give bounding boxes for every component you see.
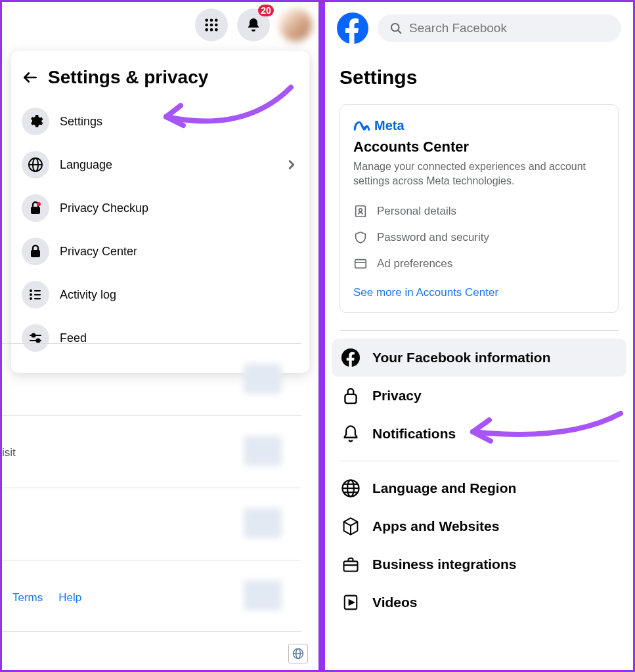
nav-videos[interactable]: Videos xyxy=(332,583,626,621)
menu-item-privacy-center[interactable]: Privacy Center xyxy=(15,230,305,273)
cube-icon xyxy=(341,516,361,536)
menu-label: Activity log xyxy=(60,288,299,302)
bell-icon xyxy=(246,17,261,33)
accounts-center-card: Meta Accounts Center Manage your connect… xyxy=(339,104,619,313)
search-input[interactable] xyxy=(409,21,609,35)
row-label: Password and security xyxy=(377,231,489,244)
menu-label: Privacy Checkup xyxy=(60,201,299,215)
svg-point-33 xyxy=(359,209,362,212)
grid-icon xyxy=(204,18,219,32)
svg-rect-13 xyxy=(31,207,40,214)
menu-item-language[interactable]: Language xyxy=(15,143,305,186)
svg-rect-37 xyxy=(345,394,356,404)
personal-details-link[interactable]: Personal details xyxy=(353,198,605,224)
panel-settings-page: Settings Meta Accounts Center Manage you… xyxy=(322,0,635,672)
notifications-badge: 20 xyxy=(258,5,274,16)
lock-icon xyxy=(22,238,49,265)
nav-language-region[interactable]: Language and Region xyxy=(332,469,626,507)
card-description: Manage your connected experiences and ac… xyxy=(353,159,605,188)
nav-notifications[interactable]: Notifications xyxy=(332,415,626,453)
password-security-link[interactable]: Password and security xyxy=(353,224,605,251)
nav-label: Videos xyxy=(372,595,417,610)
background-list: isit xyxy=(2,343,301,632)
svg-rect-20 xyxy=(34,294,41,295)
nav-label: Privacy xyxy=(372,388,422,404)
menu-item-privacy-checkup[interactable]: Privacy Checkup xyxy=(15,186,305,230)
profile-avatar[interactable] xyxy=(279,9,312,41)
bell-outline-icon xyxy=(341,424,361,444)
divider xyxy=(339,461,619,461)
svg-rect-19 xyxy=(34,290,41,291)
menu-grid-button[interactable] xyxy=(195,9,228,41)
notifications-button[interactable]: 20 xyxy=(237,9,270,41)
svg-point-6 xyxy=(205,28,208,32)
section-group-1: Your Facebook information Privacy Notifi… xyxy=(332,339,626,453)
svg-point-5 xyxy=(215,24,218,27)
nav-privacy[interactable]: Privacy xyxy=(332,377,626,415)
settings-privacy-card: Settings & privacy Settings Language Pri… xyxy=(11,51,309,373)
footer-links: Terms Help xyxy=(12,591,81,604)
svg-point-1 xyxy=(210,18,213,22)
svg-marker-45 xyxy=(349,600,354,605)
globe-icon xyxy=(22,151,49,178)
nav-label: Apps and Websites xyxy=(372,518,499,534)
svg-point-23 xyxy=(32,334,35,337)
nav-apps-websites[interactable]: Apps and Websites xyxy=(332,507,626,545)
svg-rect-34 xyxy=(355,260,366,268)
svg-point-4 xyxy=(210,24,213,27)
video-icon xyxy=(341,593,361,612)
meta-brand: Meta xyxy=(353,118,605,133)
row-label: Personal details xyxy=(377,205,456,218)
panel-settings-privacy-menu: 20 Settings & privacy Settings Language xyxy=(0,0,322,672)
globe-grid-icon xyxy=(341,478,361,498)
svg-point-7 xyxy=(210,28,213,32)
briefcase-icon xyxy=(341,555,361,574)
terms-link[interactable]: Terms xyxy=(12,591,43,604)
ad-preferences-link[interactable]: Ad preferences xyxy=(353,251,605,277)
search-bar[interactable] xyxy=(378,14,621,42)
facebook-logo-icon[interactable] xyxy=(337,12,368,44)
list-icon xyxy=(22,281,49,308)
svg-point-17 xyxy=(30,293,32,296)
svg-line-31 xyxy=(398,30,401,33)
globe-icon xyxy=(292,647,305,660)
gear-icon xyxy=(22,108,49,135)
card-title: Accounts Center xyxy=(353,138,605,156)
topbar: 20 xyxy=(2,2,318,48)
id-card-icon xyxy=(353,204,368,219)
page-title: Settings xyxy=(325,54,633,104)
lock-heart-icon xyxy=(22,194,49,222)
background-text: isit xyxy=(2,446,16,459)
nav-label: Business integrations xyxy=(372,556,516,572)
nav-label: Notifications xyxy=(372,426,456,442)
nav-business-integrations[interactable]: Business integrations xyxy=(332,545,626,583)
shield-icon xyxy=(353,230,368,245)
meta-icon xyxy=(353,120,370,132)
nav-your-facebook-information[interactable]: Your Facebook information xyxy=(332,339,626,377)
help-link[interactable]: Help xyxy=(58,591,81,604)
svg-point-18 xyxy=(30,297,32,300)
svg-point-25 xyxy=(37,339,40,343)
menu-item-activity-log[interactable]: Activity log xyxy=(15,273,305,316)
svg-point-14 xyxy=(37,202,41,206)
svg-point-2 xyxy=(215,18,218,22)
language-selector-button[interactable] xyxy=(288,644,308,663)
row-label: Ad preferences xyxy=(377,257,452,270)
padlock-icon xyxy=(341,386,361,406)
back-arrow-icon[interactable] xyxy=(22,69,39,86)
svg-point-0 xyxy=(205,18,208,22)
svg-rect-21 xyxy=(34,298,41,299)
menu-label: Privacy Center xyxy=(60,245,299,259)
accounts-center-link[interactable]: See more in Accounts Center xyxy=(353,286,498,299)
svg-point-3 xyxy=(205,24,208,27)
menu-header: Settings & privacy xyxy=(15,59,305,100)
svg-point-16 xyxy=(30,289,32,292)
svg-rect-15 xyxy=(31,250,40,257)
menu-label: Language xyxy=(60,158,274,172)
section-group-2: Language and Region Apps and Websites Bu… xyxy=(332,469,626,621)
fb-circle-icon xyxy=(341,348,361,368)
nav-label: Language and Region xyxy=(372,480,516,496)
menu-item-settings[interactable]: Settings xyxy=(15,100,305,143)
ad-icon xyxy=(353,257,368,271)
nav-label: Your Facebook information xyxy=(372,350,550,366)
